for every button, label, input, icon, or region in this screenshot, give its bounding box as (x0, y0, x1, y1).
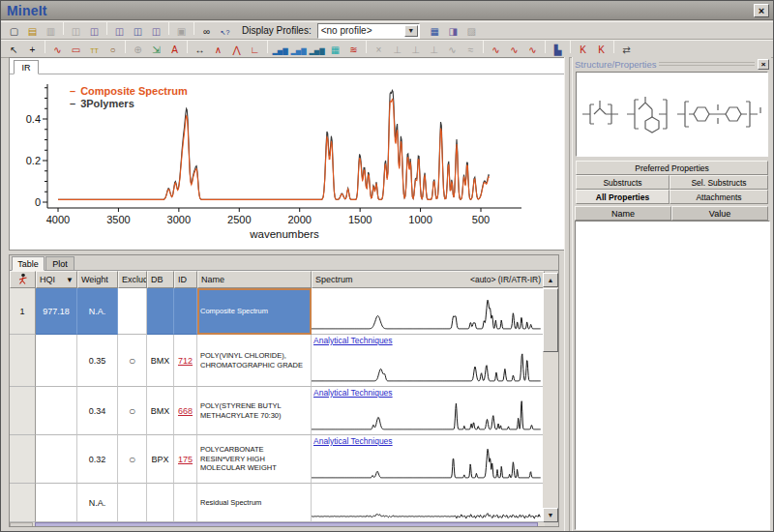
weight-cell[interactable]: 0.34 (77, 387, 118, 435)
new-document-icon[interactable]: ▢ (6, 25, 22, 40)
table-view-icon[interactable]: ▦ (427, 25, 443, 40)
offset-trace-icon[interactable]: ↔ (192, 44, 208, 58)
export-icon[interactable]: ▨ (463, 25, 480, 40)
db-cell[interactable] (147, 288, 174, 335)
analytical-techniques-link[interactable]: Analytical Techniques (313, 436, 393, 446)
context-help-icon[interactable]: ↖? (217, 25, 233, 40)
functional-groups-icon[interactable]: ▙ (550, 44, 566, 58)
analytical-techniques-link[interactable]: Analytical Techniques (313, 388, 393, 398)
chevron-down-icon[interactable]: ▼ (404, 25, 418, 37)
ksearch-icon[interactable]: K (575, 44, 591, 58)
column-header-exclude[interactable]: Exclude (118, 271, 147, 288)
ksearch-alt-icon[interactable]: K (593, 44, 610, 58)
id-cell[interactable] (174, 288, 197, 335)
transfer-trace-icon[interactable]: ∟ (247, 44, 263, 58)
hqi-cell[interactable] (36, 335, 77, 387)
stacked-bar-view-icon[interactable]: ▂▅▇ (309, 44, 325, 58)
tab-all-properties[interactable]: All Properties (576, 190, 670, 204)
horizontal-scrollbar[interactable] (10, 522, 545, 527)
id-cell[interactable]: 175 (174, 435, 197, 484)
row-number-cell[interactable] (10, 387, 36, 435)
residual-search-icon[interactable]: ∿ (524, 44, 541, 58)
column-header-id[interactable]: ID (174, 271, 197, 288)
record-id-link[interactable]: 712 (178, 356, 193, 366)
copy-structure-icon[interactable]: ◫ (130, 25, 146, 40)
tab-substructs[interactable]: Substructs (576, 175, 670, 190)
column-header-name[interactable]: Name (197, 271, 312, 288)
scale-axes-icon[interactable]: ⇲ (148, 44, 164, 58)
copy-icon[interactable]: ◫ (68, 25, 84, 40)
add-annotation-icon[interactable]: + (24, 44, 41, 58)
hqi-cell[interactable]: 977.18 (36, 288, 77, 335)
baseline-correct-icon[interactable]: ⊥ (389, 44, 405, 58)
name-cell[interactable]: POLYCARBONATE RESIN*VERY HIGH MOLECULAR … (197, 435, 312, 484)
scroll-down-button[interactable]: ▼ (543, 508, 558, 522)
column-header-hqi[interactable]: HQI ▼ (36, 271, 77, 288)
table-row[interactable]: 0.32 ○ BPX 175 POLYCARBONATE RESIN*VERY … (10, 435, 545, 484)
column-header-status[interactable] (10, 271, 36, 288)
row-number-cell[interactable] (10, 435, 36, 484)
copy-special-icon[interactable]: ◫ (86, 25, 103, 40)
exclude-cell[interactable] (118, 484, 147, 522)
select-cursor-icon[interactable]: ↖ (6, 44, 22, 58)
weight-cell[interactable]: 0.35 (77, 335, 118, 387)
atr-correction-icon[interactable]: ⇄ (618, 44, 635, 58)
exclude-toggle[interactable]: ○ (129, 405, 135, 417)
save-icon[interactable]: ▥ (43, 25, 59, 40)
name-cell[interactable]: Composite Spectrum (197, 288, 312, 335)
spectrum-cell[interactable]: Analytical Techniques (312, 387, 545, 435)
paste-icon[interactable]: ▣ (173, 25, 190, 40)
hqi-cell[interactable] (36, 435, 77, 484)
compare-view-icon[interactable]: ≋ (345, 44, 362, 58)
spectrum-cell[interactable] (312, 288, 545, 335)
active-region-icon[interactable]: ▭ (68, 44, 84, 58)
spectrum-cell[interactable]: Analytical Techniques (312, 435, 545, 484)
find-binoculars-icon[interactable]: ∞ (198, 25, 215, 40)
table-row[interactable]: N.A. Residual Spectrum (10, 484, 545, 522)
display-profiles-combobox[interactable]: <no profile> ▼ (317, 23, 420, 39)
table-row[interactable]: 0.35 ○ BMX 712 POLY(VINYL CHLORIDE), CHR… (10, 335, 545, 387)
record-id-link[interactable]: 175 (178, 455, 193, 464)
spectrum-cell[interactable]: Analytical Techniques (312, 335, 545, 387)
exclude-toggle[interactable]: ○ (129, 454, 135, 465)
exclude-toggle[interactable]: ○ (129, 355, 135, 367)
peak-table-icon[interactable]: ∿ (49, 44, 66, 58)
pan-hand-icon[interactable]: ○ (104, 44, 121, 58)
profile-manager-icon[interactable]: ◨ (445, 25, 461, 40)
spectrum-cell[interactable] (312, 484, 545, 522)
overlay-traces-icon[interactable]: ∧ (210, 44, 226, 58)
label-peaks-icon[interactable]: TT (86, 44, 103, 58)
column-header-name[interactable]: Name (575, 206, 671, 221)
scroll-up-button[interactable]: ▲ (543, 273, 558, 287)
panel-close-button[interactable]: × (758, 59, 769, 70)
derivative-icon[interactable]: ⊥ (426, 44, 442, 58)
copy-spectrum-icon[interactable]: ◫ (111, 25, 128, 40)
weight-cell[interactable]: 0.32 (77, 435, 118, 484)
exclude-region-icon[interactable]: × (371, 44, 387, 58)
scrollbar-thumb[interactable] (35, 522, 538, 527)
tab-attachments[interactable]: Attachments (670, 190, 768, 204)
column-header-spectrum[interactable]: Spectrum <auto> (IR/ATR-IR) (312, 271, 545, 288)
spectrum-search-icon[interactable]: ∿ (488, 44, 504, 58)
smooth-icon[interactable]: ⊥ (407, 44, 424, 58)
mixture-search-icon[interactable]: ∿ (506, 44, 522, 58)
weight-cell[interactable]: N.A. (77, 484, 118, 522)
id-cell[interactable]: 668 (174, 387, 197, 435)
copy-table-icon[interactable]: ◫ (148, 25, 164, 40)
row-number-cell[interactable]: 1 (10, 288, 36, 335)
bar-view-icon[interactable]: ▂▅▇ (272, 44, 288, 58)
scrollbar-thumb[interactable] (543, 288, 558, 352)
db-cell[interactable]: BPX (147, 435, 174, 484)
multi-bar-view-icon[interactable]: ▂▅▇ (290, 44, 307, 58)
open-folder-icon[interactable]: ▤ (24, 25, 41, 40)
exclude-cell[interactable] (118, 288, 147, 335)
record-id-link[interactable]: 668 (178, 406, 193, 416)
window-close-button[interactable]: × (754, 4, 769, 17)
hqi-cell[interactable] (36, 387, 77, 435)
db-cell[interactable]: BMX (147, 387, 174, 435)
vertical-scrollbar[interactable]: ▲ ▼ (543, 273, 558, 522)
analytical-techniques-link[interactable]: Analytical Techniques (313, 336, 393, 345)
exclude-cell[interactable]: ○ (118, 387, 147, 435)
exclude-cell[interactable]: ○ (118, 335, 147, 387)
row-number-cell[interactable] (10, 335, 36, 387)
